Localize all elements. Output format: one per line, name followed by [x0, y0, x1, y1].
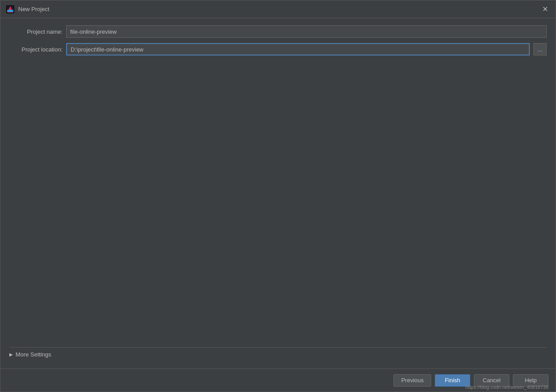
title-bar-left: New Project: [6, 5, 49, 14]
project-name-input[interactable]: [66, 25, 547, 38]
close-button[interactable]: ✕: [540, 4, 550, 15]
project-location-input[interactable]: [66, 43, 530, 55]
watermark-text: https://blog.csdn.net/weixin_40816738: [465, 384, 548, 390]
bottom-bar: Previous Finish Cancel Help https://blog…: [0, 368, 556, 392]
project-location-label: Project location:: [9, 46, 63, 53]
project-name-label: Project name:: [9, 28, 63, 35]
content-spacer: [9, 61, 547, 342]
content-area: Project name: Project location: ... ▶ Mo…: [0, 18, 556, 368]
browse-button[interactable]: ...: [533, 43, 547, 55]
project-location-row: Project location: ...: [9, 43, 547, 55]
chevron-right-icon: ▶: [9, 352, 13, 357]
title-bar: New Project ✕: [0, 0, 556, 18]
project-name-row: Project name:: [9, 25, 547, 38]
more-settings-label: More Settings: [16, 351, 51, 358]
window-title: New Project: [18, 6, 49, 12]
app-icon: [6, 5, 15, 14]
previous-button[interactable]: Previous: [393, 374, 431, 387]
new-project-dialog: New Project ✕ Project name: Project loca…: [0, 0, 556, 392]
more-settings-section[interactable]: ▶ More Settings: [9, 347, 547, 361]
svg-rect-3: [7, 10, 13, 12]
